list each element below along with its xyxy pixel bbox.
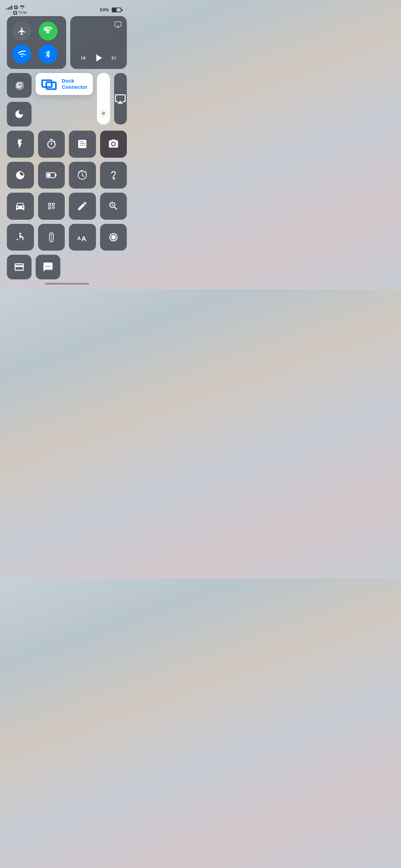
notes-button[interactable] [69, 193, 96, 220]
media-prev-button[interactable] [77, 52, 89, 64]
grid-row-2 [7, 162, 127, 189]
calculator-button[interactable] [69, 131, 96, 158]
do-not-disturb-button[interactable] [7, 102, 32, 126]
bottom-partial-row [7, 255, 127, 279]
now-playing-panel [70, 16, 127, 69]
wallet-button[interactable] [7, 255, 32, 279]
grid-row-3 [7, 193, 127, 220]
battery-percent: 53% [100, 7, 109, 12]
svg-point-11 [113, 178, 114, 180]
qr-scanner-button[interactable] [38, 193, 65, 220]
timer-button[interactable] [38, 131, 65, 158]
svg-point-17 [51, 239, 52, 240]
media-play-button[interactable] [92, 52, 105, 64]
carrier-row: • • • B TFW [6, 11, 27, 15]
parking-badge: P [14, 5, 18, 9]
dock-connector-icon [41, 78, 58, 90]
signal-row: P [6, 5, 27, 10]
apple-tv-remote-button[interactable] [38, 224, 65, 251]
wifi-status-icon [20, 5, 25, 10]
svg-point-15 [51, 236, 52, 237]
dock-connector-label: DockConnector [62, 78, 87, 90]
hearing-button[interactable] [100, 162, 127, 189]
home-bar [45, 283, 89, 285]
magnifier-button[interactable] [100, 193, 127, 220]
svg-text:A: A [77, 236, 81, 241]
more-button[interactable] [36, 255, 60, 279]
signal-bars-icon [6, 5, 12, 10]
airplay-mirroring-button[interactable] [114, 73, 127, 124]
dark-mode-button[interactable] [7, 162, 34, 189]
grid-row-1 [7, 131, 127, 158]
media-controls [74, 52, 123, 64]
battery-icon [112, 8, 123, 12]
status-right: 53% ↑ [100, 7, 127, 12]
home-indicator-area [0, 278, 134, 289]
connectivity-panel [7, 16, 66, 69]
status-bar: P • • • B TFW 53% ↑ [0, 0, 134, 16]
flashlight-button[interactable] [7, 131, 34, 158]
location-arrow-icon: ↑ [125, 7, 128, 12]
brightness-sun-icon [99, 109, 108, 120]
top-row [7, 16, 127, 69]
svg-rect-8 [55, 174, 57, 176]
airplane-mode-button[interactable] [12, 22, 31, 40]
svg-point-16 [51, 238, 52, 239]
screen-record-button[interactable] [100, 224, 127, 251]
now-playing-airplay-button[interactable] [113, 20, 123, 29]
status-left: P • • • B TFW [6, 5, 27, 15]
brightness-slider[interactable] [97, 73, 110, 124]
carplay-button[interactable] [7, 193, 34, 220]
carrier-label: TFW [19, 11, 27, 15]
svg-text:A: A [82, 234, 86, 242]
dock-connector-tooltip: DockConnector [36, 73, 93, 95]
text-size-button[interactable]: A A [69, 224, 96, 251]
svg-point-14 [51, 234, 52, 236]
second-row: DockConnector [7, 73, 127, 126]
camera-button[interactable] [100, 131, 127, 158]
media-next-button[interactable] [108, 52, 120, 64]
grid-row-4: A A [7, 224, 127, 251]
svg-point-5 [112, 143, 115, 146]
b-badge: B [13, 11, 17, 15]
wifi-button[interactable] [12, 45, 31, 63]
svg-point-21 [111, 235, 116, 239]
svg-point-4 [102, 112, 105, 115]
rotation-lock-button[interactable] [7, 73, 32, 98]
svg-point-12 [20, 232, 21, 234]
low-power-button[interactable] [38, 162, 65, 189]
bluetooth-button[interactable] [39, 45, 58, 63]
clock-button[interactable] [69, 162, 96, 189]
accessibility-button[interactable] [7, 224, 34, 251]
cellular-data-button[interactable] [39, 22, 58, 40]
svg-rect-9 [47, 173, 50, 177]
